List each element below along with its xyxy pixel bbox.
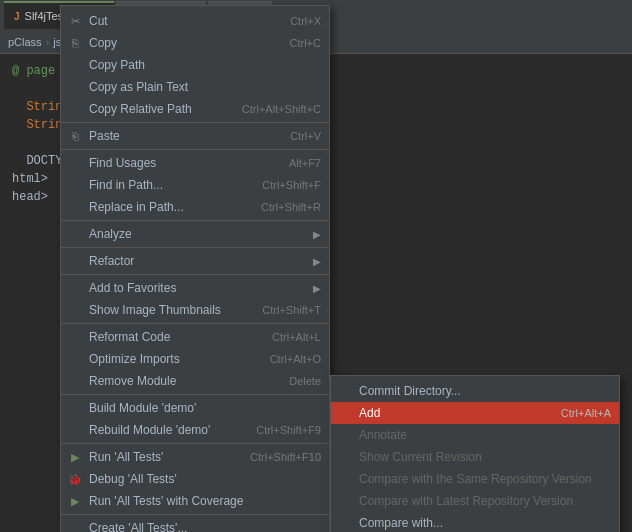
context-menu: ✂ Cut Ctrl+X ⎘ Copy Ctrl+C Copy Path Cop…: [60, 5, 330, 532]
menu-item-run-tests[interactable]: ▶ Run 'All Tests' Ctrl+Shift+F10: [61, 446, 329, 468]
menu-item-find-usages[interactable]: Find Usages Alt+F7: [61, 152, 329, 174]
breadcrumb-class[interactable]: pClass: [8, 36, 42, 48]
copy-icon: ⎘: [65, 37, 85, 49]
find-usages-shortcut: Alt+F7: [289, 157, 321, 169]
paste-icon: ⎗: [65, 130, 85, 142]
favorites-arrow: ▶: [313, 283, 321, 294]
submenu-annotate[interactable]: Annotate: [331, 424, 619, 446]
breadcrumb-sep: ›: [46, 36, 50, 48]
menu-item-replace-path-label: Replace in Path...: [89, 200, 184, 214]
menu-item-refactor[interactable]: Refactor ▶: [61, 250, 329, 272]
sep-3: [61, 220, 329, 221]
sep-6: [61, 323, 329, 324]
menu-item-remove-module[interactable]: Remove Module Delete: [61, 370, 329, 392]
menu-item-thumbnails-label: Show Image Thumbnails: [89, 303, 221, 317]
menu-item-create-tests-label: Create 'All Tests'...: [89, 521, 187, 532]
sep-9: [61, 514, 329, 515]
menu-item-paste-label: Paste: [89, 129, 120, 143]
refactor-arrow: ▶: [313, 256, 321, 267]
menu-item-find-path-label: Find in Path...: [89, 178, 163, 192]
menu-item-cut[interactable]: ✂ Cut Ctrl+X: [61, 10, 329, 32]
menu-item-optimize[interactable]: Optimize Imports Ctrl+Alt+O: [61, 348, 329, 370]
submenu-compare-latest-label: Compare with Latest Repository Version: [359, 494, 573, 508]
menu-item-favorites[interactable]: Add to Favorites ▶: [61, 277, 329, 299]
menu-item-copy-relative-label: Copy Relative Path: [89, 102, 192, 116]
submenu-compare-same-label: Compare with the Same Repository Version: [359, 472, 592, 486]
menu-item-remove-module-label: Remove Module: [89, 374, 176, 388]
menu-item-copy-relative[interactable]: Copy Relative Path Ctrl+Alt+Shift+C: [61, 98, 329, 120]
submenu-commit-directory[interactable]: Commit Directory...: [331, 380, 619, 402]
submenu-show-revision-label: Show Current Revision: [359, 450, 482, 464]
debug-tests-icon: 🐞: [65, 473, 85, 486]
java-icon: J: [14, 11, 20, 22]
menu-item-copy[interactable]: ⎘ Copy Ctrl+C: [61, 32, 329, 54]
sep-8: [61, 443, 329, 444]
menu-item-debug-tests[interactable]: 🐞 Debug 'All Tests': [61, 468, 329, 490]
run-tests-icon: ▶: [65, 451, 85, 464]
reformat-shortcut: Ctrl+Alt+L: [272, 331, 321, 343]
menu-item-paste[interactable]: ⎗ Paste Ctrl+V: [61, 125, 329, 147]
submenu-annotate-label: Annotate: [359, 428, 407, 442]
menu-item-replace-path[interactable]: Replace in Path... Ctrl+Shift+R: [61, 196, 329, 218]
menu-item-analyze[interactable]: Analyze ▶: [61, 223, 329, 245]
menu-item-rebuild-module-label: Rebuild Module 'demo': [89, 423, 210, 437]
submenu-show-revision[interactable]: Show Current Revision: [331, 446, 619, 468]
menu-item-thumbnails[interactable]: Show Image Thumbnails Ctrl+Shift+T: [61, 299, 329, 321]
menu-item-optimize-label: Optimize Imports: [89, 352, 180, 366]
menu-item-analyze-label: Analyze: [89, 227, 132, 241]
submenu-compare-same[interactable]: Compare with the Same Repository Version: [331, 468, 619, 490]
menu-item-find-path[interactable]: Find in Path... Ctrl+Shift+F: [61, 174, 329, 196]
menu-item-refactor-label: Refactor: [89, 254, 134, 268]
remove-module-shortcut: Delete: [289, 375, 321, 387]
submenu-add[interactable]: Add Ctrl+Alt+A: [331, 402, 619, 424]
run-tests-shortcut: Ctrl+Shift+F10: [250, 451, 321, 463]
menu-item-debug-tests-label: Debug 'All Tests': [89, 472, 177, 486]
add-shortcut: Ctrl+Alt+A: [561, 407, 611, 419]
menu-item-copy-plain-label: Copy as Plain Text: [89, 80, 188, 94]
menu-item-copy-path-label: Copy Path: [89, 58, 145, 72]
menu-item-reformat[interactable]: Reformat Code Ctrl+Alt+L: [61, 326, 329, 348]
submenu-commit-directory-label: Commit Directory...: [359, 384, 461, 398]
submenu-compare-with[interactable]: Compare with...: [331, 512, 619, 532]
sep-2: [61, 149, 329, 150]
menu-item-cut-label: Cut: [89, 14, 108, 28]
menu-item-copy-path[interactable]: Copy Path: [61, 54, 329, 76]
submenu-compare-latest[interactable]: Compare with Latest Repository Version: [331, 490, 619, 512]
paste-shortcut: Ctrl+V: [290, 130, 321, 142]
thumbnails-shortcut: Ctrl+Shift+T: [262, 304, 321, 316]
menu-item-run-coverage[interactable]: ▶ Run 'All Tests' with Coverage: [61, 490, 329, 512]
copy-shortcut: Ctrl+C: [290, 37, 321, 49]
sep-1: [61, 122, 329, 123]
menu-item-reformat-label: Reformat Code: [89, 330, 170, 344]
menu-item-rebuild-module[interactable]: Rebuild Module 'demo' Ctrl+Shift+F9: [61, 419, 329, 441]
find-path-shortcut: Ctrl+Shift+F: [262, 179, 321, 191]
menu-item-build-module[interactable]: Build Module 'demo': [61, 397, 329, 419]
menu-item-favorites-label: Add to Favorites: [89, 281, 176, 295]
optimize-shortcut: Ctrl+Alt+O: [270, 353, 321, 365]
run-coverage-icon: ▶: [65, 495, 85, 508]
menu-item-run-tests-label: Run 'All Tests': [89, 450, 163, 464]
copy-relative-shortcut: Ctrl+Alt+Shift+C: [242, 103, 321, 115]
menu-item-copy-plain[interactable]: Copy as Plain Text: [61, 76, 329, 98]
menu-item-create-tests[interactable]: Create 'All Tests'...: [61, 517, 329, 532]
rebuild-module-shortcut: Ctrl+Shift+F9: [256, 424, 321, 436]
cut-icon: ✂: [65, 15, 85, 28]
menu-item-build-module-label: Build Module 'demo': [89, 401, 196, 415]
submenu-git: Commit Directory... Add Ctrl+Alt+A Annot…: [330, 375, 620, 532]
sep-4: [61, 247, 329, 248]
sep-7: [61, 394, 329, 395]
submenu-add-label: Add: [359, 406, 380, 420]
sep-5: [61, 274, 329, 275]
submenu-compare-with-label: Compare with...: [359, 516, 443, 530]
menu-item-find-usages-label: Find Usages: [89, 156, 156, 170]
menu-item-copy-label: Copy: [89, 36, 117, 50]
cut-shortcut: Ctrl+X: [290, 15, 321, 27]
analyze-arrow: ▶: [313, 229, 321, 240]
replace-path-shortcut: Ctrl+Shift+R: [261, 201, 321, 213]
menu-item-run-coverage-label: Run 'All Tests' with Coverage: [89, 494, 243, 508]
